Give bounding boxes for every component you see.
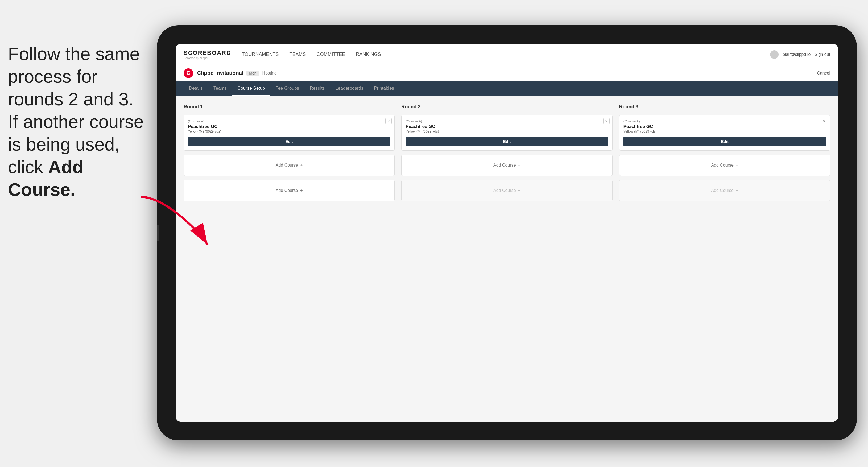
round-3-course-name: Peachtree GC: [623, 124, 826, 129]
tab-course-setup[interactable]: Course Setup: [232, 81, 270, 96]
round-1-add-course-1[interactable]: Add Course +: [184, 155, 395, 176]
round-2-title: Round 2: [401, 104, 612, 110]
user-email: blair@clippd.io: [783, 52, 810, 57]
round-3-edit-button[interactable]: Edit: [623, 136, 826, 146]
round-2-delete-button[interactable]: ×: [603, 118, 610, 124]
round-3-course-details: Yellow (M) (6629 yds): [623, 129, 826, 133]
round-3-add-label-1: Add Course: [711, 163, 734, 168]
logo-powered: Powered by clippd: [184, 56, 231, 60]
round-2-edit-button[interactable]: Edit: [406, 136, 608, 146]
round-3-add-course-2[interactable]: Add Course +: [619, 180, 830, 201]
round-1-title: Round 1: [184, 104, 395, 110]
round-2-add-label-2: Add Course: [493, 188, 516, 193]
tab-tee-groups[interactable]: Tee Groups: [270, 81, 304, 96]
tab-leaderboards[interactable]: Leaderboards: [330, 81, 369, 96]
add-course-1-label: Add Course: [276, 163, 298, 168]
top-nav: SCOREBOARD Powered by clippd TOURNAMENTS…: [176, 44, 838, 65]
round-3-add-course-1[interactable]: Add Course +: [619, 155, 830, 176]
rounds-grid: Round 1 × (Course A) Peachtree GC Yellow…: [184, 104, 830, 201]
round-3-column: Round 3 × (Course A) Peachtree GC Yellow…: [619, 104, 830, 201]
tab-details[interactable]: Details: [184, 81, 208, 96]
round-3-delete-button[interactable]: ×: [821, 118, 827, 124]
round-3-title: Round 3: [619, 104, 830, 110]
add-course-1-icon: +: [300, 163, 303, 168]
round-2-course-card: × (Course A) Peachtree GC Yellow (M) (66…: [401, 115, 612, 151]
logo-scoreboard: SCOREBOARD: [184, 50, 231, 56]
user-avatar: [770, 50, 779, 59]
tablet-frame: SCOREBOARD Powered by clippd TOURNAMENTS…: [157, 25, 857, 440]
tournament-hosting: Hosting: [262, 71, 277, 75]
round-1-delete-button[interactable]: ×: [385, 118, 392, 124]
tabs-bar: Details Teams Course Setup Tee Groups Re…: [176, 81, 838, 96]
nav-rankings[interactable]: RANKINGS: [356, 50, 381, 59]
round-1-course-name: Peachtree GC: [188, 124, 390, 129]
round-1-course-label: (Course A): [188, 119, 390, 123]
tablet-screen: SCOREBOARD Powered by clippd TOURNAMENTS…: [176, 44, 838, 422]
nav-committee[interactable]: COMMITTEE: [317, 50, 345, 59]
round-2-add-icon-1: +: [518, 163, 521, 168]
round-1-column: Round 1 × (Course A) Peachtree GC Yellow…: [184, 104, 395, 201]
round-2-add-course-2[interactable]: Add Course +: [401, 180, 612, 201]
round-1-course-card: × (Course A) Peachtree GC Yellow (M) (66…: [184, 115, 395, 151]
tab-teams[interactable]: Teams: [208, 81, 232, 96]
instruction-text: Follow the same process for rounds 2 and…: [0, 42, 154, 201]
round-2-course-details: Yellow (M) (6629 yds): [406, 129, 608, 133]
tournament-name: Clippd Invitational: [197, 70, 243, 76]
nav-user: blair@clippd.io Sign out: [770, 50, 830, 59]
round-2-add-label-1: Add Course: [493, 163, 516, 168]
round-1-course-details: Yellow (M) (6629 yds): [188, 129, 390, 133]
logo-area: SCOREBOARD Powered by clippd: [184, 50, 231, 60]
round-2-course-label: (Course A): [406, 119, 608, 123]
round-3-add-icon-1: +: [736, 163, 738, 168]
tab-printables[interactable]: Printables: [369, 81, 400, 96]
nav-links: TOURNAMENTS TEAMS COMMITTEE RANKINGS: [242, 50, 770, 59]
add-course-2-icon: +: [300, 188, 303, 193]
tab-results[interactable]: Results: [304, 81, 330, 96]
nav-teams[interactable]: TEAMS: [289, 50, 306, 59]
round-2-add-icon-2: +: [518, 188, 521, 193]
round-1-add-course-2[interactable]: Add Course +: [184, 180, 395, 201]
round-2-course-name: Peachtree GC: [406, 124, 608, 129]
round-3-add-icon-2: +: [736, 188, 738, 193]
round-3-course-label: (Course A): [623, 119, 826, 123]
nav-tournaments[interactable]: TOURNAMENTS: [242, 50, 279, 59]
tournament-logo: C: [184, 68, 193, 78]
round-2-column: Round 2 × (Course A) Peachtree GC Yellow…: [401, 104, 612, 201]
round-1-edit-button[interactable]: Edit: [188, 136, 390, 146]
cancel-button[interactable]: Cancel: [817, 71, 830, 75]
round-3-add-label-2: Add Course: [711, 188, 734, 193]
tournament-badge: Men: [246, 70, 259, 76]
main-content: Round 1 × (Course A) Peachtree GC Yellow…: [176, 96, 838, 422]
add-course-2-label: Add Course: [276, 188, 298, 193]
round-3-course-card: × (Course A) Peachtree GC Yellow (M) (66…: [619, 115, 830, 151]
tournament-header: C Clippd Invitational Men Hosting Cancel: [176, 65, 838, 81]
sign-out-link[interactable]: Sign out: [814, 52, 830, 57]
round-2-add-course-1[interactable]: Add Course +: [401, 155, 612, 176]
tablet-side-button: [157, 225, 159, 241]
